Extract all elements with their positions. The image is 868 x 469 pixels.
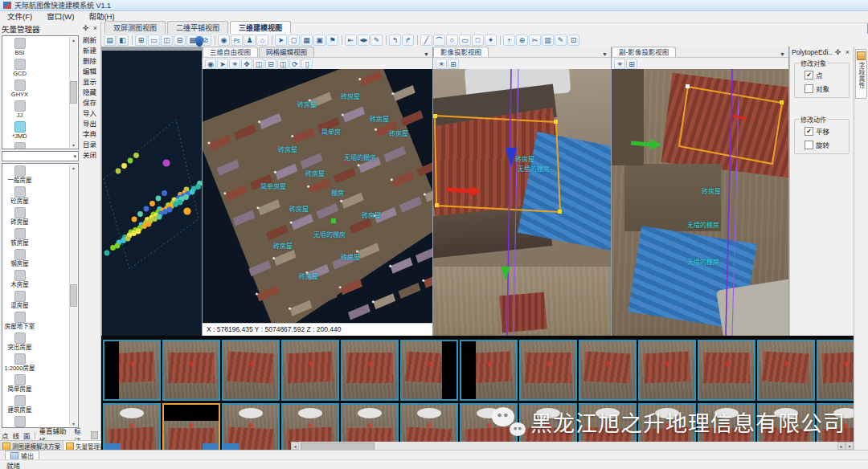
action-0[interactable]: 刷新 bbox=[80, 35, 101, 46]
scroll-left-icon[interactable]: ◂ bbox=[291, 442, 299, 450]
image-thumbnail[interactable]: + bbox=[698, 340, 755, 401]
image-thumbnail[interactable]: + bbox=[341, 340, 399, 401]
free3d-viewport[interactable]: ++ 砖房屋砖房屋砖房屋砖房屋简单房砖房屋无墙的棚房砖房屋简单房屋棚房砖房屋砖房… bbox=[203, 69, 432, 324]
feature-list-scrollbar[interactable]: ▴▾ bbox=[69, 165, 77, 426]
image-thumbnail[interactable]: + bbox=[162, 403, 220, 450]
image-thumbnail[interactable]: + bbox=[757, 340, 815, 401]
feature-item-11[interactable]: 建筑房屋 bbox=[2, 395, 37, 414]
note-edit-icon[interactable]: ✎ bbox=[555, 35, 567, 46]
image-thumbnail[interactable]: + bbox=[579, 340, 637, 401]
marquee-select-icon[interactable]: ◻ bbox=[288, 35, 300, 46]
feature-item-5[interactable]: 木房屋 bbox=[2, 270, 37, 288]
layer-item-JJ[interactable]: JJ bbox=[2, 100, 37, 119]
sun-brightness-icon[interactable]: ☀ bbox=[229, 59, 240, 69]
action-2[interactable]: 删除 bbox=[80, 56, 101, 67]
feature-item-1[interactable]: 砼房屋 bbox=[2, 186, 37, 205]
book-library-icon[interactable]: ▥ bbox=[542, 35, 554, 46]
tab-projection-view[interactable]: 影像投影视图 bbox=[433, 47, 489, 57]
scroll-up-icon[interactable]: ▾ bbox=[845, 442, 854, 450]
feature-item-0[interactable]: 一般房屋 bbox=[2, 165, 37, 184]
view-tab-2[interactable]: 三维建模视图 bbox=[230, 21, 291, 34]
feature-item-4[interactable]: 钢房屋 bbox=[2, 249, 37, 267]
feature-item-9[interactable]: 1:2000房屋 bbox=[2, 353, 37, 372]
tab-free3d-view[interactable]: 三维自由视图 bbox=[203, 47, 258, 57]
snapshot-icon[interactable]: ◧ bbox=[117, 35, 129, 46]
home-view-icon[interactable]: ⌂ bbox=[256, 35, 268, 46]
image-thumbnail[interactable]: + bbox=[222, 403, 280, 450]
feature-item-12[interactable]: 破坏房屋 bbox=[2, 416, 37, 428]
image-thumbnail[interactable]: + bbox=[103, 340, 161, 401]
close-icon[interactable]: × bbox=[91, 24, 100, 33]
camera-icon[interactable]: ◉ bbox=[205, 59, 216, 69]
layer-list-scrollbar[interactable]: ▴▾ bbox=[69, 37, 77, 148]
confirm-thumb-icon[interactable]: ✦ bbox=[485, 35, 497, 46]
view-tab-1[interactable]: 二维平铺视图 bbox=[167, 21, 228, 34]
chevron-down-icon[interactable]: ▼ bbox=[420, 51, 432, 57]
geom-mode-0[interactable]: 点 bbox=[2, 430, 9, 440]
corner-left-icon[interactable]: ↰ bbox=[389, 35, 401, 46]
delete-icon[interactable]: ▯ bbox=[301, 59, 313, 69]
image-thumbnail[interactable]: + bbox=[817, 340, 854, 401]
rotate-view-icon[interactable]: ⟳ bbox=[289, 59, 301, 69]
layer-item-BSI[interactable]: BSI bbox=[2, 38, 37, 56]
filmstrip-scrollbar[interactable]: ◂ ▸ ▾ bbox=[291, 442, 854, 450]
checkbox-checked[interactable]: ✔ bbox=[805, 127, 813, 136]
checkbox-unchecked[interactable] bbox=[805, 84, 813, 93]
action-10[interactable]: 目录 bbox=[80, 140, 101, 150]
feature-item-6[interactable]: 混房屋 bbox=[2, 291, 37, 309]
feature-item-7[interactable]: 房屋地下室 bbox=[2, 312, 37, 330]
image-thumbnail[interactable]: + bbox=[103, 403, 161, 450]
draw-line-icon[interactable]: ╱ bbox=[420, 35, 432, 46]
first-frame-icon[interactable]: ⇤ bbox=[345, 35, 357, 46]
image-thumbnail[interactable]: + bbox=[400, 340, 458, 401]
layer-filter-combobox[interactable]: ▾ bbox=[2, 151, 79, 161]
layer-item-GCD[interactable]: GCD bbox=[2, 59, 37, 77]
sun-brightness-icon[interactable]: ☀ bbox=[614, 59, 625, 69]
monitor-icon[interactable]: ▭ bbox=[148, 35, 160, 46]
layer-item-GHYX[interactable]: GHYX bbox=[2, 80, 37, 98]
save-icon[interactable]: ▤ bbox=[104, 35, 116, 46]
prev-next-frame-icon[interactable]: ◀▶ bbox=[358, 35, 370, 46]
select-cursor-icon[interactable]: ➤ bbox=[275, 35, 287, 46]
split-a-icon[interactable]: ◫ bbox=[253, 59, 264, 69]
select-cursor-icon[interactable]: ➤ bbox=[217, 59, 228, 69]
action-8[interactable]: 导出 bbox=[80, 119, 101, 129]
scissors-icon[interactable]: ✂ bbox=[529, 35, 541, 46]
add-feature-icon[interactable]: ⊕ bbox=[516, 35, 528, 46]
scroll-right-icon[interactable]: ▸ bbox=[837, 442, 845, 450]
measure-icon[interactable]: ✎ bbox=[371, 35, 383, 46]
filmstrip-scroll-thumb[interactable] bbox=[301, 442, 375, 450]
cross-move-icon[interactable]: + bbox=[503, 35, 515, 46]
image-thumbnail[interactable]: + bbox=[519, 340, 577, 401]
checkbox-row-对象[interactable]: 对象 bbox=[805, 84, 845, 93]
flag-tool-icon[interactable]: ⚑ bbox=[326, 35, 338, 46]
tab-projection-view-secondary[interactable]: 副-影像投影视图 bbox=[612, 47, 676, 57]
fit-view-icon[interactable]: ⊞ bbox=[626, 59, 637, 69]
fit-view-icon[interactable]: ⊞ bbox=[448, 59, 459, 69]
orbit-icon[interactable]: ✥ bbox=[241, 59, 252, 69]
feature-item-3[interactable]: 铁房屋 bbox=[2, 228, 37, 247]
layout-split-left-icon[interactable]: ◫ bbox=[161, 35, 173, 46]
feature-item-8[interactable]: 突出房屋 bbox=[2, 332, 37, 351]
menu-item-0[interactable]: 文件(F) bbox=[0, 11, 39, 22]
feature-item-2[interactable]: 砖房屋 bbox=[2, 207, 37, 226]
checkbox-row-平移[interactable]: ✔平移 bbox=[805, 126, 845, 136]
filmstrip-scroll-track[interactable] bbox=[299, 442, 837, 450]
image-thumbnail[interactable]: + bbox=[162, 340, 220, 401]
layer-item-JMD[interactable]: *JMD bbox=[2, 121, 37, 140]
grid-icon[interactable]: ⊞ bbox=[135, 35, 147, 46]
image-thumbnail[interactable]: + bbox=[222, 340, 280, 401]
point-cloud-panel[interactable] bbox=[102, 51, 202, 336]
draw-rect-icon[interactable]: ▭ bbox=[459, 35, 471, 46]
split-c-icon[interactable]: ◫ bbox=[277, 59, 289, 69]
action-1[interactable]: 新建 bbox=[80, 46, 101, 56]
action-11[interactable]: 关闭 bbox=[80, 150, 101, 161]
corner-right-icon[interactable]: ↱ bbox=[402, 35, 414, 46]
checkbox-row-点[interactable]: ✔点 bbox=[805, 70, 845, 80]
checkbox-unchecked[interactable] bbox=[805, 141, 813, 149]
zoom-region-icon[interactable]: ⊡ bbox=[567, 35, 579, 46]
image-thumbnail[interactable]: + bbox=[460, 340, 518, 401]
pin-icon[interactable]: ✜ bbox=[833, 48, 842, 57]
geom-mode-1[interactable]: 线 bbox=[13, 430, 20, 440]
close-icon[interactable]: × bbox=[843, 48, 852, 57]
